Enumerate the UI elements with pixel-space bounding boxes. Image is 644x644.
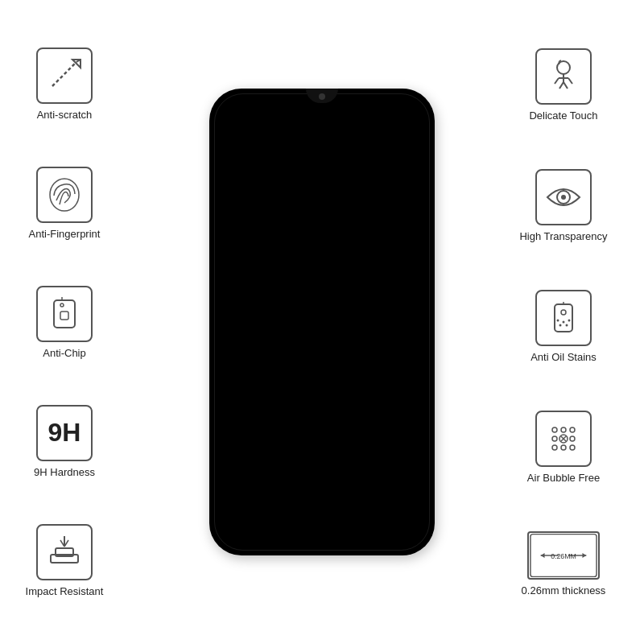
phone-outer-shell: WolfRule WolfRule (209, 89, 435, 555)
svg-line-0 (52, 62, 76, 86)
thickness-label: 0.26mm thickness (522, 584, 606, 597)
svg-text:0.26MM: 0.26MM (551, 551, 576, 559)
scratch-icon (44, 56, 85, 96)
feature-thickness: 0.26MM 0.26mm thickness (522, 531, 606, 597)
feature-high-transparency: High Transparency (519, 169, 607, 242)
feature-impact-resistant: Impact Resistant (26, 524, 104, 597)
oil-stains-icon (543, 298, 584, 338)
svg-point-5 (60, 303, 64, 307)
svg-point-28 (563, 320, 565, 323)
high-transparency-icon-box (535, 169, 592, 225)
svg-marker-47 (582, 553, 586, 558)
anti-oil-stains-icon-box (535, 290, 592, 346)
svg-point-32 (552, 427, 557, 432)
thickness-icon-box: 0.26MM (527, 531, 600, 580)
thickness-icon: 0.26MM (529, 532, 598, 579)
svg-point-27 (557, 319, 559, 321)
anti-scratch-icon-box (36, 47, 93, 104)
feature-anti-chip: Anti-Chip (36, 286, 93, 359)
anti-chip-icon-box (36, 286, 93, 342)
svg-point-30 (559, 324, 562, 326)
svg-point-23 (561, 195, 566, 200)
svg-point-35 (552, 436, 557, 441)
bubble-icon (543, 419, 584, 459)
anti-oil-stains-label: Anti Oil Stains (530, 351, 597, 363)
9h-text: 9H (48, 418, 81, 448)
svg-point-29 (568, 319, 571, 321)
main-container: Anti-scratch Anti-Fingerprint (0, 0, 644, 644)
feature-anti-scratch: Anti-scratch (36, 47, 93, 121)
impact-icon (44, 532, 85, 572)
chip-icon (44, 294, 85, 334)
svg-point-33 (561, 427, 566, 432)
eye-icon (543, 177, 584, 217)
feature-9h-hardness: 9H 9H Hardness (34, 405, 95, 478)
svg-rect-7 (60, 312, 68, 320)
screen-protector-glass (209, 89, 435, 555)
svg-line-19 (564, 82, 568, 89)
air-bubble-free-icon-box (535, 411, 592, 467)
svg-point-39 (561, 445, 566, 450)
anti-chip-label: Anti-Chip (43, 347, 85, 359)
svg-line-20 (555, 78, 559, 84)
svg-rect-24 (555, 304, 572, 332)
svg-marker-45 (541, 553, 545, 558)
svg-point-40 (570, 445, 575, 450)
touch-icon (543, 56, 584, 97)
delicate-touch-label: Delicate Touch (529, 109, 597, 122)
feature-delicate-touch: Delicate Touch (529, 48, 597, 122)
anti-fingerprint-label: Anti-Fingerprint (29, 228, 101, 240)
high-transparency-label: High Transparency (519, 230, 607, 242)
9h-hardness-label: 9H Hardness (34, 466, 95, 478)
feature-anti-oil-stains: Anti Oil Stains (530, 290, 597, 363)
svg-point-31 (566, 324, 568, 326)
feature-air-bubble-free: Air Bubble Free (527, 411, 600, 484)
delicate-touch-icon-box (535, 48, 592, 105)
fingerprint-icon (44, 175, 85, 215)
glass-inner (214, 93, 430, 551)
right-features-column: Delicate Touch High Transparency (483, 0, 644, 644)
impact-resistant-icon-box (36, 524, 93, 580)
phone-display: WolfRule WolfRule (209, 89, 435, 555)
svg-rect-4 (54, 300, 75, 328)
impact-resistant-label: Impact Resistant (26, 585, 104, 597)
svg-line-21 (568, 78, 572, 84)
air-bubble-free-label: Air Bubble Free (527, 472, 600, 484)
9h-hardness-icon-box: 9H (36, 405, 93, 461)
camera-dot (319, 93, 325, 100)
svg-point-37 (570, 436, 575, 441)
svg-line-18 (559, 82, 564, 89)
svg-point-25 (561, 310, 566, 315)
svg-point-38 (552, 445, 557, 450)
anti-fingerprint-icon-box (36, 167, 93, 223)
feature-anti-fingerprint: Anti-Fingerprint (29, 167, 101, 240)
left-features-column: Anti-scratch Anti-Fingerprint (0, 0, 129, 644)
anti-scratch-label: Anti-scratch (37, 109, 93, 121)
svg-point-34 (570, 427, 575, 432)
